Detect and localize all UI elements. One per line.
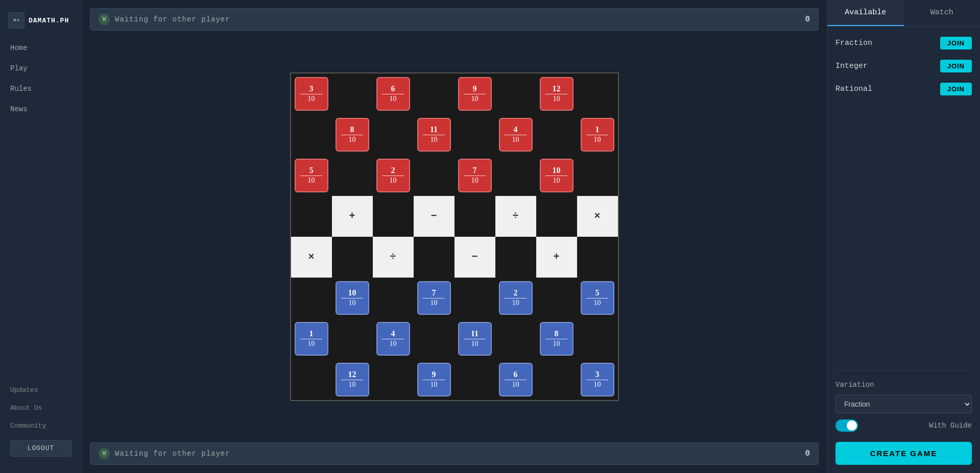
board-cell[interactable] [495, 73, 536, 114]
board-cell[interactable]: ÷ [373, 237, 414, 278]
red-piece[interactable]: 410 [499, 118, 533, 152]
board-cell[interactable]: 110 [291, 318, 332, 359]
with-guide-toggle[interactable] [835, 419, 858, 432]
fraction-join-button[interactable]: JOIN [940, 37, 972, 49]
sidebar-item-news[interactable]: News [4, 100, 78, 118]
blue-piece[interactable]: 1010 [336, 281, 369, 315]
board-cell[interactable]: 410 [495, 114, 536, 155]
board-cell[interactable] [536, 196, 577, 237]
red-piece[interactable]: 910 [458, 77, 492, 111]
board-cell[interactable]: 110 [577, 114, 618, 155]
board-cell[interactable] [577, 237, 618, 278]
board-cell[interactable] [332, 237, 373, 278]
red-piece[interactable]: 1210 [540, 77, 573, 111]
board-cell[interactable]: 310 [291, 73, 332, 114]
red-piece[interactable]: 610 [376, 77, 410, 111]
board-cell[interactable]: + [332, 196, 373, 237]
board-cell[interactable] [332, 155, 373, 196]
board-cell[interactable] [455, 359, 495, 400]
integer-join-button[interactable]: JOIN [940, 60, 972, 72]
board-cell[interactable] [373, 114, 414, 155]
board-cell[interactable]: ÷ [495, 196, 536, 237]
board-cell[interactable]: 1210 [536, 73, 577, 114]
board-cell[interactable]: 310 [577, 359, 618, 400]
board-cell[interactable] [536, 114, 577, 155]
create-game-button[interactable]: CREATE GAME [835, 442, 972, 465]
board-cell[interactable] [291, 278, 332, 318]
sidebar-item-rules[interactable]: Rules [4, 80, 78, 98]
blue-piece[interactable]: 310 [581, 363, 614, 396]
board-cell[interactable] [414, 237, 455, 278]
board-cell[interactable]: 1010 [332, 278, 373, 318]
board-cell[interactable]: 210 [495, 278, 536, 318]
blue-piece[interactable]: 610 [499, 363, 533, 396]
board-cell[interactable]: 810 [536, 318, 577, 359]
board-cell[interactable] [455, 196, 495, 237]
board-cell[interactable]: 610 [495, 359, 536, 400]
sidebar-item-home[interactable]: Home [4, 39, 78, 57]
board-cell[interactable] [414, 73, 455, 114]
board-cell[interactable]: 810 [332, 114, 373, 155]
red-piece[interactable]: 310 [295, 77, 328, 111]
board-cell[interactable]: 210 [373, 155, 414, 196]
blue-piece[interactable]: 1210 [336, 363, 369, 396]
board-cell[interactable] [536, 359, 577, 400]
board-cell[interactable]: + [536, 237, 577, 278]
board-cell[interactable] [373, 196, 414, 237]
board-cell[interactable]: 710 [414, 278, 455, 318]
board-cell[interactable] [291, 114, 332, 155]
rational-join-button[interactable]: JOIN [940, 83, 972, 95]
sidebar-item-play[interactable]: Play [4, 59, 78, 78]
red-piece[interactable]: 710 [458, 159, 492, 192]
board-cell[interactable]: 510 [291, 155, 332, 196]
red-piece[interactable]: 1110 [417, 118, 451, 152]
board-cell[interactable] [495, 318, 536, 359]
blue-piece[interactable]: 410 [376, 322, 410, 356]
red-piece[interactable]: 1010 [540, 159, 573, 192]
red-piece[interactable]: 210 [376, 159, 410, 192]
board-cell[interactable] [332, 73, 373, 114]
sidebar-link-community[interactable]: Community [4, 418, 78, 434]
board-cell[interactable] [373, 278, 414, 318]
sidebar-link-updates[interactable]: Updates [4, 382, 78, 398]
board-cell[interactable]: 910 [414, 359, 455, 400]
red-piece[interactable]: 510 [295, 159, 328, 192]
board-cell[interactable] [455, 278, 495, 318]
tab-watch[interactable]: Watch [904, 0, 981, 26]
board-cell[interactable] [495, 237, 536, 278]
board-cell[interactable]: 1210 [332, 359, 373, 400]
blue-piece[interactable]: 210 [499, 281, 533, 315]
board-cell[interactable]: 1010 [536, 155, 577, 196]
red-piece[interactable]: 810 [336, 118, 369, 152]
board-cell[interactable] [495, 155, 536, 196]
board-cell[interactable] [414, 318, 455, 359]
board-cell[interactable]: 510 [577, 278, 618, 318]
tab-available[interactable]: Available [827, 0, 904, 26]
board-cell[interactable] [577, 73, 618, 114]
board-cell[interactable] [291, 359, 332, 400]
variation-select[interactable]: Fraction Integer Rational [835, 395, 972, 413]
board-cell[interactable] [414, 155, 455, 196]
board-cell[interactable] [455, 114, 495, 155]
blue-piece[interactable]: 110 [295, 322, 328, 356]
board-cell[interactable]: × [577, 196, 618, 237]
board-cell[interactable]: − [455, 237, 495, 278]
board-cell[interactable]: 410 [373, 318, 414, 359]
board-cell[interactable] [332, 318, 373, 359]
board-cell[interactable]: 910 [455, 73, 495, 114]
board-cell[interactable] [291, 196, 332, 237]
board-cell[interactable]: 610 [373, 73, 414, 114]
board-cell[interactable] [373, 359, 414, 400]
board-cell[interactable] [577, 318, 618, 359]
board-cell[interactable]: 1110 [414, 114, 455, 155]
red-piece[interactable]: 110 [581, 118, 614, 152]
blue-piece[interactable]: 1110 [458, 322, 492, 356]
board-cell[interactable] [577, 155, 618, 196]
blue-piece[interactable]: 710 [417, 281, 451, 315]
board-cell[interactable]: × [291, 237, 332, 278]
board-cell[interactable]: − [414, 196, 455, 237]
board-cell[interactable]: 1110 [455, 318, 495, 359]
blue-piece[interactable]: 510 [581, 281, 614, 315]
board-cell[interactable] [536, 278, 577, 318]
blue-piece[interactable]: 810 [540, 322, 573, 356]
